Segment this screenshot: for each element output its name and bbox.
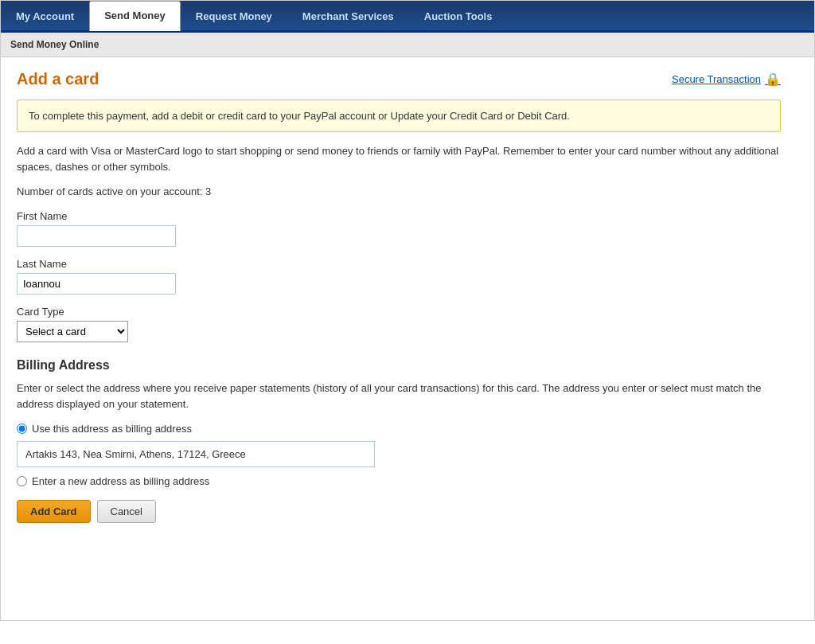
- billing-description: Enter or select the address where you re…: [17, 381, 781, 412]
- add-card-button[interactable]: Add Card: [17, 500, 91, 523]
- tab-request-money[interactable]: Request Money: [181, 2, 287, 30]
- page-wrapper: My Account Send Money Request Money Merc…: [0, 0, 815, 621]
- secure-transaction-link[interactable]: Secure Transaction 🔒: [672, 72, 781, 87]
- page-title: Add a card: [17, 70, 99, 88]
- card-type-group: Card Type Select a card Visa MasterCard: [17, 306, 781, 342]
- new-address-option[interactable]: Enter a new address as billing address: [17, 475, 781, 487]
- card-type-label: Card Type: [17, 306, 781, 318]
- tab-merchant-services[interactable]: Merchant Services: [287, 2, 409, 30]
- first-name-label: First Name: [17, 210, 781, 222]
- navigation-bar: My Account Send Money Request Money Merc…: [1, 1, 814, 33]
- address-display: Artakis 143, Nea Smirni, Athens, 17124, …: [17, 441, 375, 467]
- tab-my-account[interactable]: My Account: [1, 2, 89, 30]
- tab-auction-tools[interactable]: Auction Tools: [409, 2, 508, 30]
- page-header: Add a card Secure Transaction 🔒: [17, 70, 781, 88]
- billing-section-title: Billing Address: [17, 358, 781, 373]
- secure-transaction-label: Secure Transaction: [672, 73, 761, 85]
- last-name-input[interactable]: [17, 273, 176, 295]
- button-row: Add Card Cancel: [17, 500, 781, 523]
- cancel-button[interactable]: Cancel: [97, 500, 156, 523]
- last-name-label: Last Name: [17, 258, 781, 270]
- billing-radio-group: Use this address as billing address Arta…: [17, 423, 781, 487]
- breadcrumb: Send Money Online: [1, 33, 814, 57]
- address-text: Artakis 143, Nea Smirni, Athens, 17124, …: [25, 448, 246, 460]
- use-address-radio[interactable]: [17, 423, 27, 434]
- card-type-select[interactable]: Select a card Visa MasterCard: [17, 321, 128, 342]
- new-address-radio[interactable]: [17, 476, 27, 486]
- use-address-label: Use this address as billing address: [32, 423, 192, 435]
- use-address-option[interactable]: Use this address as billing address: [17, 423, 781, 435]
- warning-text: To complete this payment, add a debit or…: [29, 110, 570, 122]
- main-content: Add a card Secure Transaction 🔒 To compl…: [1, 57, 797, 536]
- card-count: Number of cards active on your account: …: [17, 185, 781, 197]
- new-address-label: Enter a new address as billing address: [32, 475, 209, 487]
- last-name-group: Last Name: [17, 258, 781, 295]
- description-text: Add a card with Visa or MasterCard logo …: [17, 143, 781, 174]
- first-name-input[interactable]: [17, 225, 176, 247]
- warning-box: To complete this payment, add a debit or…: [17, 100, 781, 132]
- tab-send-money[interactable]: Send Money: [89, 1, 181, 31]
- lock-icon: 🔒: [765, 72, 781, 87]
- first-name-group: First Name: [17, 210, 781, 247]
